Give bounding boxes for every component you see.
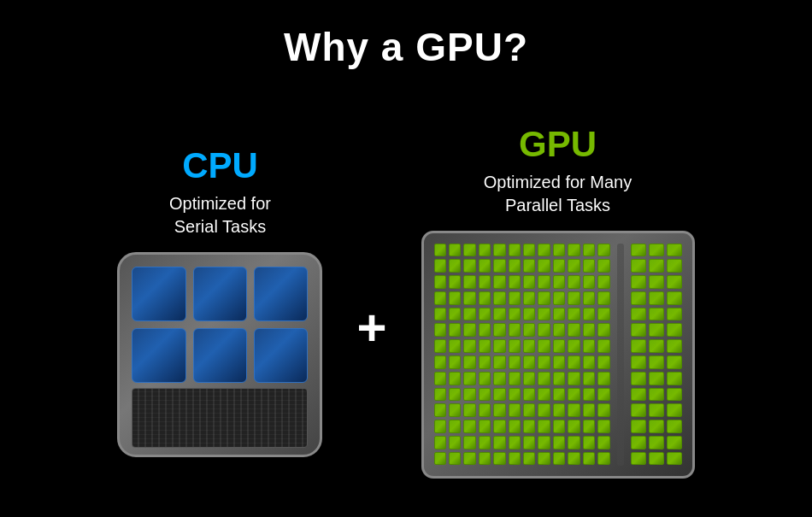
gpu-core — [509, 436, 521, 449]
gpu-core — [568, 259, 580, 273]
gpu-core — [449, 323, 461, 337]
gpu-core — [667, 308, 682, 321]
gpu-core — [463, 355, 475, 369]
gpu-core — [493, 420, 505, 433]
gpu-core — [631, 308, 646, 321]
gpu-core — [434, 420, 446, 433]
gpu-core — [553, 436, 565, 449]
gpu-core — [523, 291, 535, 305]
gpu-core — [479, 244, 491, 257]
gpu-core — [597, 355, 609, 369]
gpu-core — [434, 436, 446, 449]
gpu-core — [523, 436, 535, 449]
gpu-core — [583, 339, 595, 353]
gpu-core — [553, 291, 565, 305]
gpu-core — [553, 420, 565, 433]
gpu-core — [434, 275, 446, 289]
gpu-core — [538, 403, 550, 417]
gpu-core — [597, 403, 609, 417]
gpu-core — [449, 372, 461, 385]
gpu-core — [631, 452, 646, 466]
gpu-core — [449, 339, 461, 353]
gpu-core — [523, 323, 535, 337]
gpu-core — [509, 275, 521, 289]
gpu-core — [479, 420, 491, 433]
gpu-core — [449, 275, 461, 289]
gpu-core — [568, 388, 580, 402]
gpu-core — [493, 259, 505, 273]
gpu-core — [631, 436, 646, 449]
gpu-core — [479, 323, 491, 337]
gpu-core — [479, 403, 491, 417]
gpu-core — [493, 388, 505, 402]
gpu-core — [667, 388, 682, 402]
gpu-chip-diagram — [421, 231, 695, 479]
gpu-core — [463, 452, 475, 466]
gpu-core — [667, 275, 682, 289]
gpu-core — [523, 372, 535, 385]
gpu-core — [597, 372, 609, 385]
gpu-core — [597, 275, 609, 289]
gpu-core — [434, 291, 446, 305]
gpu-core — [523, 339, 535, 353]
gpu-core — [583, 323, 595, 337]
gpu-core — [649, 420, 664, 433]
gpu-core — [434, 355, 446, 369]
gpu-core — [479, 339, 491, 353]
gpu-core — [583, 372, 595, 385]
gpu-core — [538, 244, 550, 257]
gpu-core — [493, 308, 505, 321]
gpu-core — [667, 420, 682, 433]
gpu-core — [538, 291, 550, 305]
gpu-core — [523, 259, 535, 273]
gpu-core — [493, 436, 505, 449]
gpu-core — [597, 308, 609, 321]
gpu-core — [509, 372, 521, 385]
gpu-core — [509, 308, 521, 321]
gpu-core — [667, 339, 682, 353]
gpu-core — [553, 244, 565, 257]
gpu-core — [493, 339, 505, 353]
gpu-core — [631, 244, 646, 257]
gpu-cores-grid — [434, 244, 610, 466]
gpu-core — [649, 355, 664, 369]
cpu-core — [132, 267, 185, 321]
gpu-core — [463, 339, 475, 353]
gpu-core — [493, 403, 505, 417]
gpu-core — [538, 355, 550, 369]
gpu-core — [538, 308, 550, 321]
gpu-core — [449, 355, 461, 369]
gpu-core — [538, 339, 550, 353]
cpu-core — [132, 328, 185, 383]
gpu-core — [493, 275, 505, 289]
gpu-core — [434, 403, 446, 417]
gpu-core — [631, 403, 646, 417]
gpu-core — [509, 355, 521, 369]
gpu-core — [523, 403, 535, 417]
gpu-core — [649, 323, 664, 337]
gpu-core — [553, 372, 565, 385]
gpu-core — [434, 259, 446, 273]
gpu-core — [493, 452, 505, 466]
gpu-core — [479, 388, 491, 402]
gpu-core — [434, 452, 446, 466]
gpu-core — [568, 323, 580, 337]
gpu-core — [538, 323, 550, 337]
gpu-core — [568, 436, 580, 449]
gpu-core — [583, 436, 595, 449]
gpu-core — [509, 420, 521, 433]
cpu-chip-diagram — [117, 252, 322, 457]
cpu-core — [193, 328, 247, 383]
gpu-core — [523, 420, 535, 433]
gpu-core — [649, 339, 664, 353]
gpu-core — [434, 339, 446, 353]
gpu-core — [597, 452, 609, 466]
gpu-core — [523, 275, 535, 289]
gpu-core — [583, 388, 595, 402]
gpu-core — [667, 403, 682, 417]
cpu-label: CPU — [182, 148, 258, 184]
gpu-core — [449, 291, 461, 305]
gpu-core — [434, 388, 446, 402]
gpu-core — [667, 436, 682, 449]
gpu-core — [583, 403, 595, 417]
